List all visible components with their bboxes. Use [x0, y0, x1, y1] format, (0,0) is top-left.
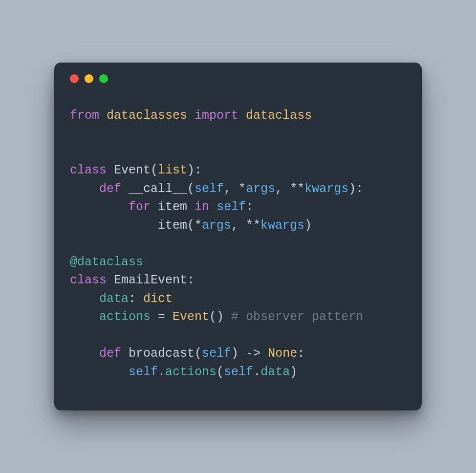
- self-ref: self: [224, 365, 253, 379]
- keyword-def: def: [99, 346, 121, 361]
- class-name: Event: [114, 163, 151, 177]
- paren: (*: [187, 218, 202, 233]
- keyword-class: class: [70, 273, 107, 287]
- keyword-def: def: [99, 182, 121, 196]
- decorator: @dataclass: [70, 255, 143, 269]
- keyword-for: for: [129, 200, 151, 214]
- code-block: from dataclasses import dataclass class …: [54, 83, 422, 411]
- method-name: broadcast: [129, 346, 195, 361]
- code-line: for item in self:: [70, 200, 253, 214]
- call-name: item: [158, 218, 187, 233]
- zoom-icon[interactable]: [99, 74, 108, 83]
- ctor-name: Event: [173, 310, 209, 324]
- comment: # observer pattern: [231, 310, 363, 324]
- colon: :: [187, 273, 195, 287]
- dot: .: [253, 365, 260, 379]
- args-param: args: [202, 218, 231, 233]
- code-line: actions = Event() # observer pattern: [70, 310, 363, 324]
- class-name: EmailEvent: [114, 273, 187, 287]
- colon: :: [246, 200, 253, 214]
- paren: (: [187, 182, 195, 196]
- paren: ) ->: [231, 346, 268, 361]
- loop-var: item: [158, 200, 187, 214]
- keyword-from: from: [70, 108, 99, 123]
- equals: =: [151, 310, 173, 324]
- dot: .: [158, 365, 165, 379]
- kwargs-param: kwargs: [260, 218, 304, 233]
- return-type: None: [268, 346, 297, 361]
- comma: , **: [275, 182, 304, 196]
- code-line: def __call__(self, *args, **kwargs):: [70, 182, 363, 196]
- colon: :: [297, 346, 304, 361]
- attr-ref: actions: [165, 365, 216, 379]
- paren: ): [304, 218, 312, 233]
- code-window: from dataclasses import dataclass class …: [54, 63, 422, 411]
- self-ref: self: [216, 200, 246, 214]
- paren: ): [290, 365, 297, 379]
- args-param: args: [246, 182, 275, 196]
- keyword-class: class: [70, 163, 107, 177]
- paren: ):: [187, 163, 202, 177]
- comma: , *: [224, 182, 246, 196]
- code-line: class Event(list):: [70, 163, 202, 177]
- self-ref: self: [129, 365, 158, 379]
- self-param: self: [195, 182, 224, 196]
- code-line: class EmailEvent:: [70, 273, 195, 287]
- code-line: @dataclass: [70, 255, 143, 269]
- type-name: dict: [143, 292, 173, 306]
- keyword-import: import: [195, 108, 238, 123]
- method-name: __call__: [129, 182, 187, 196]
- code-line: def broadcast(self) -> None:: [70, 346, 304, 361]
- self-param: self: [202, 346, 231, 361]
- comma: , **: [231, 218, 260, 233]
- paren: (): [209, 310, 231, 324]
- attr-name: actions: [99, 310, 151, 324]
- paren: (: [216, 365, 224, 379]
- attr-ref: data: [260, 365, 290, 379]
- code-line: from dataclasses import dataclass: [70, 108, 312, 123]
- window-titlebar: [54, 63, 422, 83]
- paren: (: [195, 346, 202, 361]
- code-line: self.actions(self.data): [70, 365, 297, 379]
- minimize-icon[interactable]: [85, 74, 93, 83]
- code-line: data: dict: [70, 292, 173, 306]
- paren: ):: [348, 182, 363, 196]
- paren: (: [151, 163, 158, 177]
- module-name: dataclasses: [107, 108, 187, 123]
- kwargs-param: kwargs: [304, 182, 348, 196]
- import-name: dataclass: [246, 108, 312, 123]
- code-line: item(*args, **kwargs): [70, 218, 312, 233]
- attr-name: data: [99, 292, 129, 306]
- colon: :: [129, 292, 143, 306]
- base-class: list: [158, 163, 187, 177]
- keyword-in: in: [195, 200, 209, 214]
- close-icon[interactable]: [70, 74, 79, 83]
